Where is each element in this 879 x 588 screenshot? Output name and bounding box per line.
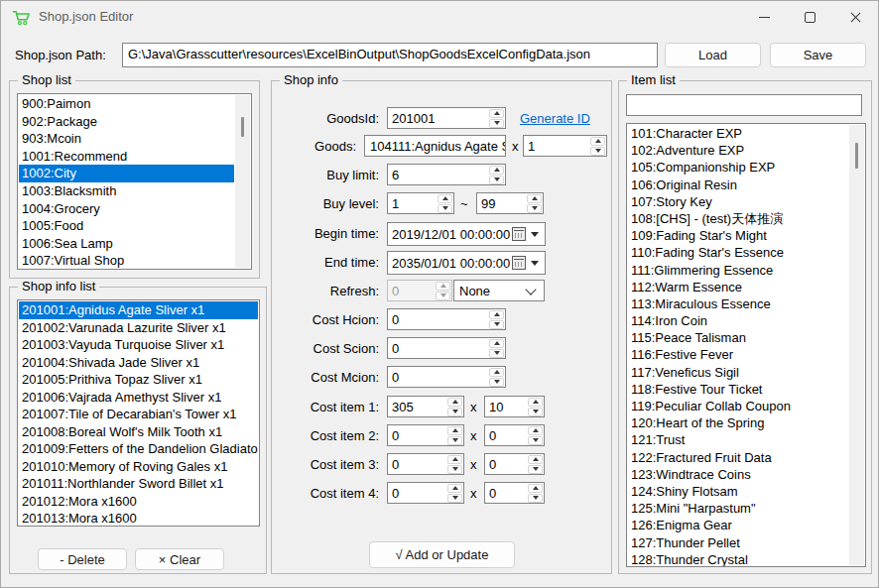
list-item[interactable]: 122:Fractured Fruit Data — [628, 449, 848, 466]
spin-down-button[interactable] — [528, 408, 543, 416]
list-item[interactable]: 201006:Vajrada Amethyst Sliver x1 — [19, 389, 258, 407]
spin-down-button[interactable] — [489, 378, 504, 387]
list-item[interactable]: 120:Heart of the Spring — [628, 414, 848, 431]
spin-down-button[interactable] — [590, 147, 605, 156]
cost-item-2-count-input[interactable]: 0 — [484, 424, 545, 446]
begin-time-picker[interactable]: 2019/12/01 00:00:00 — [387, 222, 546, 246]
list-item[interactable]: 201005:Prithiva Topaz Sliver x1 — [19, 371, 258, 389]
list-item[interactable]: 117:Veneficus Sigil — [628, 364, 848, 381]
list-item[interactable]: 114:Iron Coin — [628, 312, 848, 329]
spin-down-button[interactable] — [447, 494, 462, 503]
close-button[interactable] — [832, 1, 878, 33]
list-item[interactable]: 903:Mcoin — [19, 130, 234, 148]
spin-down-button[interactable] — [489, 176, 504, 184]
item-search-input[interactable] — [626, 94, 862, 116]
list-item[interactable]: 111:Glimmering Essence — [628, 262, 848, 279]
list-item[interactable]: 1005:Food — [19, 217, 234, 235]
spin-up-button[interactable] — [489, 166, 504, 175]
spin-down-button[interactable] — [447, 408, 462, 416]
list-item[interactable]: 201009:Fetters of the Dandelion Gladiato — [19, 440, 258, 458]
goodsid-input[interactable]: 201001 — [387, 107, 506, 129]
save-button[interactable]: Save — [770, 43, 866, 67]
cost-item-4-id-input[interactable]: 0 — [387, 482, 464, 504]
minimize-button[interactable] — [741, 1, 787, 33]
cost-scion-input[interactable]: 0 — [387, 337, 506, 359]
spin-up-button[interactable] — [528, 426, 543, 435]
spin-down-button[interactable] — [436, 292, 450, 300]
list-item[interactable]: 115:Peace Talisman — [628, 329, 848, 346]
spin-down-button[interactable] — [489, 119, 504, 128]
list-item[interactable]: 124:Shiny Flotsam — [628, 483, 848, 500]
list-item[interactable]: 902:Package — [19, 113, 234, 131]
scrollbar[interactable] — [849, 125, 864, 565]
cost-item-1-count-input[interactable]: 10 — [484, 396, 545, 417]
list-item[interactable]: 1006:Sea Lamp — [19, 235, 234, 253]
dropdown-arrow-icon[interactable] — [531, 232, 539, 237]
list-item[interactable]: 108:[CHS] - (test)天体推演 — [628, 210, 848, 227]
spin-up-button[interactable] — [489, 310, 504, 319]
cost-item-3-id-input[interactable]: 0 — [387, 453, 464, 475]
spin-down-button[interactable] — [528, 465, 543, 474]
buy-level-max-input[interactable]: 99 — [476, 192, 544, 214]
list-item[interactable]: 1003:Blacksmith — [19, 182, 234, 200]
load-button[interactable]: Load — [665, 43, 761, 67]
list-item[interactable]: 128:Thunder Crystal — [628, 551, 848, 567]
shop-listbox[interactable]: 900:Paimon902:Package903:Mcoin1001:Recom… — [17, 93, 252, 270]
list-item[interactable]: 112:Warm Essence — [628, 279, 848, 295]
list-item[interactable]: 127:Thunder Pellet — [628, 534, 848, 551]
spin-up-button[interactable] — [528, 455, 543, 464]
list-item[interactable]: 119:Peculiar Collab Coupon — [628, 398, 848, 414]
list-item[interactable]: 201010:Memory of Roving Gales x1 — [19, 458, 258, 476]
cost-item-2-id-input[interactable]: 0 — [387, 424, 464, 446]
spin-down-button[interactable] — [489, 320, 504, 329]
spin-up-button[interactable] — [447, 484, 462, 493]
delete-button[interactable]: - Delete — [38, 548, 127, 570]
list-item[interactable]: 201007:Tile of Decarabian's Tower x1 — [19, 406, 258, 423]
list-item[interactable]: 107:Story Key — [628, 193, 848, 210]
end-time-picker[interactable]: 2035/01/01 00:00:00 — [387, 251, 546, 275]
cost-item-4-count-input[interactable]: 0 — [484, 482, 545, 504]
cost-item-1-id-input[interactable]: 305 — [387, 396, 464, 417]
list-item[interactable]: 201012:Mora x1600 — [19, 493, 258, 511]
spin-up-button[interactable] — [447, 398, 462, 407]
list-item[interactable]: 1007:Virtual Shop — [19, 252, 234, 270]
list-item[interactable]: 101:Character EXP — [628, 125, 848, 142]
dropdown-arrow-icon[interactable] — [531, 261, 539, 266]
spin-up-button[interactable] — [447, 455, 462, 464]
goods-count-input[interactable]: 1 — [523, 135, 607, 157]
maximize-button[interactable] — [787, 1, 832, 33]
list-item[interactable]: 1001:Recommend — [19, 148, 234, 166]
spin-up-button[interactable] — [527, 194, 542, 203]
cost-item-3-count-input[interactable]: 0 — [484, 453, 545, 475]
goods-input[interactable]: 104111:Agnidus Agate S — [364, 135, 506, 157]
spin-up-button[interactable] — [489, 109, 504, 118]
clear-button[interactable]: × Clear — [135, 548, 224, 570]
list-item[interactable]: 126:Enigma Gear — [628, 517, 848, 533]
path-input[interactable]: G:\Java\Grasscutter\resources\ExcelBinOu… — [122, 43, 658, 67]
list-item[interactable]: 201013:Mora x1600 — [19, 510, 258, 527]
scrollbar-thumb[interactable] — [855, 143, 858, 169]
list-item[interactable]: 201002:Varunada Lazurite Sliver x1 — [19, 319, 258, 337]
spin-down-button[interactable] — [447, 465, 462, 474]
spin-down-button[interactable] — [447, 436, 462, 445]
list-item[interactable]: 118:Festive Tour Ticket — [628, 381, 848, 398]
spin-down-button[interactable] — [528, 494, 543, 503]
spin-up-button[interactable] — [590, 137, 605, 146]
list-item[interactable]: 900:Paimon — [19, 95, 234, 113]
list-item[interactable]: 109:Fading Star's Might — [628, 227, 848, 244]
list-item[interactable]: 201003:Vayuda Turquoise Sliver x1 — [19, 336, 258, 354]
cost-hcion-input[interactable]: 0 — [387, 308, 506, 330]
spin-down-button[interactable] — [438, 204, 452, 213]
list-item[interactable]: 102:Adventure EXP — [628, 142, 848, 159]
shop-info-listbox[interactable]: 201001:Agnidus Agate Sliver x1201002:Var… — [17, 299, 260, 527]
spin-up-button[interactable] — [528, 484, 543, 493]
scrollbar-thumb[interactable] — [241, 117, 244, 137]
scrollbar[interactable] — [235, 95, 250, 268]
list-item[interactable]: 201008:Boreal Wolf's Milk Tooth x1 — [19, 423, 258, 441]
spin-down-button[interactable] — [527, 204, 542, 213]
cost-mcion-input[interactable]: 0 — [387, 366, 506, 388]
buy-limit-input[interactable]: 6 — [387, 164, 506, 185]
list-item[interactable]: 110:Fading Star's Essence — [628, 244, 848, 261]
spin-up-button[interactable] — [447, 426, 462, 435]
spin-up-button[interactable] — [436, 282, 450, 291]
